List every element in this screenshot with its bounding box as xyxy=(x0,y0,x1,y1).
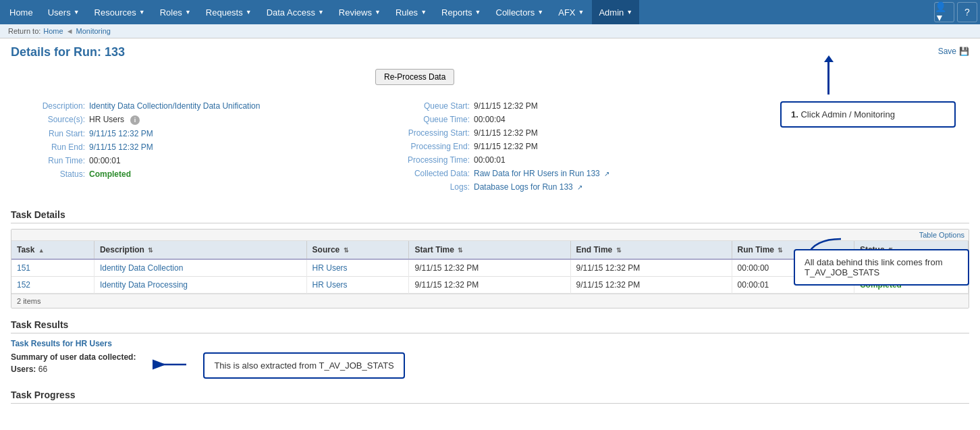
task-results-section: Task Results Task Results for HR Users S… xyxy=(11,319,969,379)
admin-dropdown-arrow: ▼ xyxy=(626,9,632,16)
details-left: Description: Identity Data Collection/Id… xyxy=(11,101,369,196)
run-start-value: 9/11/15 12:32 PM xyxy=(89,129,153,138)
processing-start-label: Processing Start: xyxy=(396,128,470,138)
run-start-label: Run Start: xyxy=(11,129,85,138)
cell-start-time: 9/11/15 12:32 PM xyxy=(409,259,570,277)
task-results-data: Summary of user data collected: Users: 6… xyxy=(11,352,136,374)
task-results-content: Summary of user data collected: Users: 6… xyxy=(11,352,969,379)
reviews-dropdown-arrow: ▼ xyxy=(375,9,381,16)
sources-row: Source(s): HR Users i xyxy=(11,115,369,125)
nav-rules[interactable]: Rules ▼ xyxy=(389,0,433,24)
nav-afx[interactable]: AFX ▼ xyxy=(551,0,591,24)
task-results-header: Task Results xyxy=(11,319,969,333)
nav-roles[interactable]: Roles ▼ xyxy=(153,0,198,24)
cell-description: Identity Data Processing xyxy=(94,277,306,294)
collected-data-link-icon[interactable]: ↗ xyxy=(604,170,609,178)
breadcrumb-separator: ◄ xyxy=(66,27,74,35)
resources-dropdown-arrow: ▼ xyxy=(139,9,145,16)
cell-end-time: 9/11/15 12:32 PM xyxy=(570,277,732,294)
description-value[interactable]: Identity Data Collection/Identity Data U… xyxy=(89,101,260,111)
details-section: Description: Identity Data Collection/Id… xyxy=(11,101,969,196)
nav-users[interactable]: Users ▼ xyxy=(41,0,86,24)
processing-time-row: Processing Time: 00:00:01 xyxy=(396,155,753,165)
users-row: Users: 66 xyxy=(11,365,136,374)
col-source: Source ⇅ xyxy=(306,241,409,259)
nav-right-controls: 👤 ▼ ? xyxy=(934,2,977,22)
run-end-row: Run End: 9/11/15 12:32 PM xyxy=(11,142,369,152)
task-details-header: Task Details xyxy=(11,209,969,223)
description-link[interactable]: Identity Data Collection xyxy=(100,263,183,273)
details-right: Queue Start: 9/11/15 12:32 PM Queue Time… xyxy=(396,101,753,196)
roles-dropdown-arrow: ▼ xyxy=(185,9,191,16)
queue-start-row: Queue Start: 9/11/15 12:32 PM xyxy=(396,101,753,111)
save-button[interactable]: Save 💾 xyxy=(938,47,969,56)
collectors-dropdown-arrow: ▼ xyxy=(537,9,543,16)
table-footer: 2 items xyxy=(11,294,969,308)
queue-start-label: Queue Start: xyxy=(396,101,470,111)
nav-resources[interactable]: Resources ▼ xyxy=(88,0,152,24)
status-row: Status: Completed xyxy=(11,169,369,179)
help-button[interactable]: ? xyxy=(957,2,977,22)
collected-data-row: Collected Data: Raw Data for HR Users in… xyxy=(396,169,753,178)
callout2-box: All data behind this link comes from T_A… xyxy=(794,249,969,286)
cell-source: HR Users xyxy=(306,277,409,294)
nav-reports[interactable]: Reports ▼ xyxy=(435,0,487,24)
summary-label: Summary of user data collected: xyxy=(11,352,136,362)
run-time-label: Run Time: xyxy=(11,156,85,165)
callout1-arrow-container xyxy=(827,61,829,95)
cell-end-time: 9/11/15 12:32 PM xyxy=(570,259,732,277)
user-menu-button[interactable]: 👤 ▼ xyxy=(934,2,954,22)
summary-row: Summary of user data collected: xyxy=(11,352,136,362)
breadcrumb-home-link[interactable]: Home xyxy=(43,27,63,35)
collected-data-label: Collected Data: xyxy=(396,169,470,178)
col-start-time: Start Time ⇅ xyxy=(409,241,570,259)
afx-dropdown-arrow: ▼ xyxy=(578,9,584,16)
navbar: Home Users ▼ Resources ▼ Roles ▼ Request… xyxy=(0,0,980,24)
nav-collectors[interactable]: Collectors ▼ xyxy=(489,0,551,24)
task-link[interactable]: 151 xyxy=(17,263,30,273)
col-task: Task ▲ xyxy=(11,241,94,259)
save-icon: 💾 xyxy=(959,47,969,56)
start-sort-icon: ⇅ xyxy=(458,247,463,254)
run-start-row: Run Start: 9/11/15 12:32 PM xyxy=(11,129,369,138)
sources-info-icon[interactable]: i xyxy=(130,115,140,125)
logs-link-icon[interactable]: ↗ xyxy=(577,184,582,191)
col-end-time: End Time ⇅ xyxy=(570,241,732,259)
callout3-box: This is also extracted from T_AV_JOB_STA… xyxy=(203,352,404,379)
task-details-table-container: Table Options Task ▲ Description ⇅ Sourc… xyxy=(11,229,969,308)
cell-source: HR Users xyxy=(306,259,409,277)
processing-end-value: 9/11/15 12:32 PM xyxy=(474,142,538,151)
logs-label: Logs: xyxy=(396,182,470,192)
reports-dropdown-arrow: ▼ xyxy=(475,9,481,16)
processing-time-label: Processing Time: xyxy=(396,155,470,165)
queue-time-label: Queue Time: xyxy=(396,115,470,124)
col-description: Description ⇅ xyxy=(94,241,306,259)
breadcrumb-monitoring-link[interactable]: Monitoring xyxy=(76,27,111,35)
run-sort-icon: ⇅ xyxy=(778,247,783,254)
source-link[interactable]: HR Users xyxy=(312,280,348,290)
desc-sort-icon: ⇅ xyxy=(148,247,153,254)
cell-start-time: 9/11/15 12:32 PM xyxy=(409,277,570,294)
callout3-arrow-svg xyxy=(149,358,190,371)
run-end-label: Run End: xyxy=(11,142,85,152)
processing-end-label: Processing End: xyxy=(396,142,470,151)
queue-time-row: Queue Time: 00:00:04 xyxy=(396,115,753,124)
source-link[interactable]: HR Users xyxy=(312,263,348,273)
description-row: Description: Identity Data Collection/Id… xyxy=(11,101,369,111)
nav-reviews[interactable]: Reviews ▼ xyxy=(332,0,387,24)
logs-value[interactable]: Database Logs for Run 133 xyxy=(474,182,573,192)
queue-start-value: 9/11/15 12:32 PM xyxy=(474,101,538,111)
nav-admin[interactable]: Admin ▼ xyxy=(592,0,639,24)
sources-value: HR Users xyxy=(89,115,124,124)
description-link[interactable]: Identity Data Processing xyxy=(100,280,188,290)
collected-data-value[interactable]: Raw Data for HR Users in Run 133 xyxy=(474,169,600,178)
description-label: Description: xyxy=(11,101,85,111)
source-sort-icon: ⇅ xyxy=(344,247,349,254)
task-link[interactable]: 152 xyxy=(17,280,30,290)
reprocess-data-button[interactable]: Re-Process Data xyxy=(375,69,454,85)
nav-home[interactable]: Home xyxy=(3,0,40,24)
nav-requests[interactable]: Requests ▼ xyxy=(199,0,258,24)
nav-data-access[interactable]: Data Access ▼ xyxy=(260,0,331,24)
processing-start-row: Processing Start: 9/11/15 12:32 PM xyxy=(396,128,753,138)
rules-dropdown-arrow: ▼ xyxy=(420,9,427,16)
